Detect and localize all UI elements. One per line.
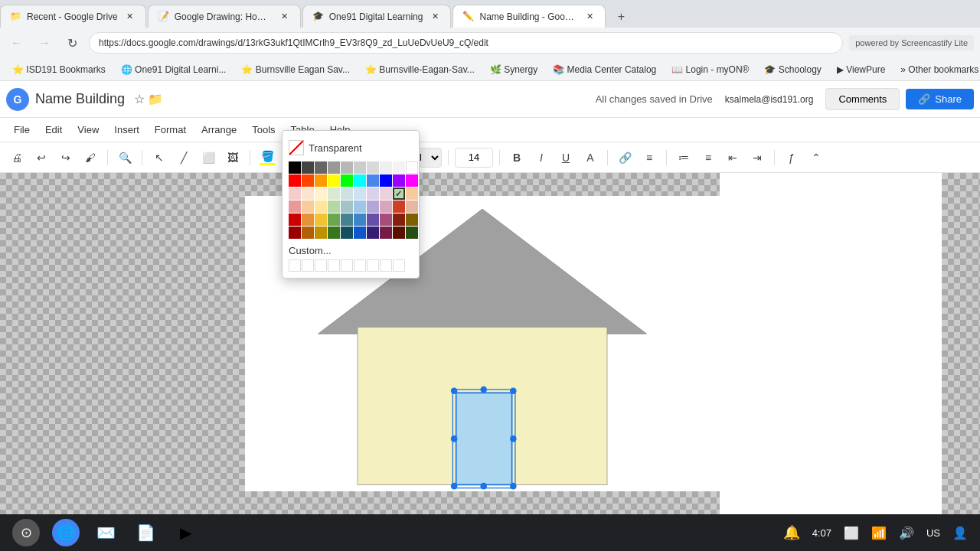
color-medium-green[interactable] (328, 201, 340, 213)
color-cyan[interactable] (354, 174, 366, 187)
menu-file[interactable]: File (6, 121, 38, 139)
tab-drawing-close[interactable]: ✕ (279, 11, 291, 23)
tab-drawing-how[interactable]: 📝 Google Drawing: How t... ✕ (148, 5, 301, 28)
list-ordered-button[interactable]: ≔ (673, 147, 694, 168)
color-light-gray2[interactable] (354, 161, 366, 174)
bookmark-one91[interactable]: 🌐 One91 Digital Learni... (115, 63, 233, 77)
menu-insert[interactable]: Insert (106, 121, 147, 139)
font-size-input[interactable] (455, 148, 493, 168)
color-medium-teal[interactable] (341, 201, 353, 213)
fill-color-button[interactable]: 🪣 (256, 147, 278, 168)
list-unordered-button[interactable]: ≡ (697, 147, 719, 168)
link-button[interactable]: 🔗 (614, 147, 635, 168)
color-magenta[interactable] (406, 174, 418, 187)
back-button[interactable]: ← (6, 32, 28, 54)
tab-one91-close[interactable]: ✕ (429, 11, 441, 23)
color-dark-green2[interactable] (406, 227, 418, 239)
color-medium-orange2[interactable] (302, 201, 314, 213)
color-darkest-red[interactable] (289, 227, 301, 239)
forward-button[interactable]: → (34, 32, 55, 54)
taskbar-layout-icon[interactable]: ⬜ (844, 526, 859, 540)
recent-color-7[interactable] (367, 259, 379, 272)
color-medium-purple[interactable] (367, 201, 379, 213)
reload-button[interactable]: ↻ (61, 32, 83, 54)
color-medium-green-checked[interactable] (393, 187, 405, 200)
color-salmon[interactable] (406, 201, 418, 213)
color-dark-blue2[interactable] (354, 214, 366, 226)
color-white[interactable] (406, 161, 418, 174)
color-light-green[interactable] (328, 187, 340, 200)
comments-button[interactable]: Comments (825, 88, 900, 110)
print-button[interactable]: 🖨 (6, 147, 28, 168)
taskbar-system[interactable]: ⊙ (12, 519, 40, 546)
color-dark-teal[interactable] (341, 214, 353, 226)
recent-color-5[interactable] (341, 259, 353, 272)
bold-button[interactable]: B (506, 147, 528, 168)
color-near-white[interactable] (393, 161, 405, 174)
new-tab-button[interactable]: + (610, 6, 632, 28)
color-dark-red2[interactable] (393, 201, 405, 213)
handle-top-left[interactable] (451, 387, 458, 394)
menu-arrange[interactable]: Arrange (194, 121, 244, 139)
canvas-container[interactable] (0, 173, 980, 514)
color-peach[interactable] (406, 187, 418, 200)
taskbar-youtube[interactable]: ▶ (172, 519, 199, 546)
color-dark-rose[interactable] (380, 227, 392, 239)
color-medium-red[interactable] (289, 201, 301, 213)
color-purple[interactable] (393, 174, 405, 187)
bookmark-viewpure[interactable]: ▶ ViewPure (831, 63, 891, 77)
menu-edit[interactable]: Edit (38, 121, 70, 139)
taskbar-chrome[interactable]: 🌐 (52, 519, 80, 546)
color-dark-teal2[interactable] (341, 227, 353, 239)
color-light-pink[interactable] (380, 187, 392, 200)
color-blue[interactable] (367, 174, 379, 187)
taskbar-user-icon[interactable]: 👤 (952, 526, 968, 540)
color-dark-red[interactable] (289, 214, 301, 226)
color-light-gray3[interactable] (367, 161, 379, 174)
select-button[interactable]: ↖ (149, 147, 170, 168)
image-button[interactable]: 🖼 (222, 147, 243, 168)
shape-button[interactable]: ⬜ (198, 147, 219, 168)
recent-color-2[interactable] (302, 259, 314, 272)
bookmark-isd191[interactable]: ⭐ ISD191 Bookmarks (6, 63, 112, 77)
color-medium-yellow[interactable] (315, 201, 327, 213)
recent-color-8[interactable] (380, 259, 392, 272)
color-green[interactable] (341, 174, 353, 187)
undo-button[interactable]: ↩ (31, 147, 52, 168)
color-dark-green[interactable] (328, 214, 340, 226)
bookmark-media[interactable]: 📚 Media Center Catalog (547, 63, 662, 77)
folder-icon[interactable]: 📁 (148, 92, 163, 106)
tab-drive-close[interactable]: ✕ (124, 11, 136, 23)
color-dark-pink[interactable] (380, 214, 392, 226)
color-light-teal[interactable] (341, 187, 353, 200)
italic-button[interactable]: I (531, 147, 552, 168)
menu-view[interactable]: View (70, 121, 106, 139)
indent-more-button[interactable]: ⇥ (746, 147, 768, 168)
color-medium-blue[interactable] (354, 201, 366, 213)
color-light-gray1[interactable] (341, 161, 353, 174)
color-forest-green[interactable] (328, 227, 340, 239)
color-light-blue[interactable] (354, 187, 366, 200)
recent-color-3[interactable] (315, 259, 327, 272)
indent-less-button[interactable]: ⇤ (722, 147, 743, 168)
formula-button[interactable]: ƒ (781, 147, 802, 168)
color-light-yellow[interactable] (315, 187, 327, 200)
bookmark-more[interactable]: » Other bookmarks (894, 63, 980, 77)
taskbar-docs[interactable]: 📄 (132, 519, 159, 546)
color-dark-orange[interactable] (302, 214, 314, 226)
share-button[interactable]: 🔗 Share (906, 89, 974, 109)
recent-color-4[interactable] (328, 259, 340, 272)
color-lighter-gray[interactable] (380, 161, 392, 174)
underline-button[interactable]: U (555, 147, 577, 168)
recent-color-9[interactable] (393, 259, 405, 272)
color-royal-blue[interactable] (354, 227, 366, 239)
zoom-button[interactable]: 🔍 (114, 147, 136, 168)
color-light-red[interactable] (289, 187, 301, 200)
bookmark-schoology[interactable]: 🎓 Schoology (758, 63, 827, 77)
bookmark-burnsville1[interactable]: ⭐ Burnsville Eagan Sav... (235, 63, 356, 77)
color-light-orange[interactable] (302, 187, 314, 200)
color-dark-gray2[interactable] (315, 161, 327, 174)
taskbar-wifi-icon[interactable]: 📶 (871, 526, 887, 540)
menu-tools[interactable]: Tools (244, 121, 283, 139)
taskbar-gmail[interactable]: ✉️ (92, 519, 119, 546)
